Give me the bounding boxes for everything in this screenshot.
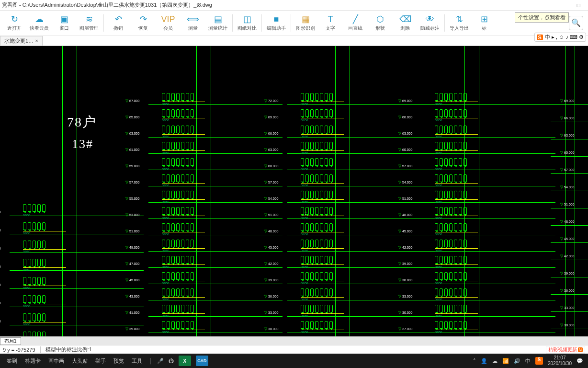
toolbar-编辑助手[interactable]: ■编辑助手	[264, 11, 289, 35]
fixtures-group	[162, 288, 194, 296]
floor-row: 49.000DN50	[148, 237, 283, 252]
volume-icon[interactable]: 🔊	[514, 358, 520, 364]
title-bar: 宽看图 - C:\Users\Administrator\Desktop\金山里…	[0, 0, 588, 11]
toolbar-标[interactable]: ⊞标	[472, 11, 497, 35]
search-button[interactable]: 🔍	[569, 16, 583, 30]
mic-icon[interactable]: 🎤	[157, 358, 164, 364]
elevation-label: 66.000	[264, 131, 278, 136]
elevation-label: 39.000	[398, 262, 412, 266]
cloud-icon[interactable]: ☁	[492, 358, 498, 364]
pipe-dn-label: DN50	[435, 314, 442, 317]
elevation-label: 69.000	[560, 99, 574, 103]
elevation-label: 33.000	[264, 310, 278, 315]
floor-row: 42.000DN50	[421, 237, 555, 252]
people-icon[interactable]: 👤	[481, 358, 487, 364]
cad-canvas[interactable]: 78户 13# ↕ 54.000DN5051.000DN5048.000DN50…	[0, 46, 588, 336]
toolbar-测量统计[interactable]: ▤测量统计	[205, 11, 230, 35]
taskbar-签到[interactable]: 签到	[7, 357, 17, 365]
toolbar-图纸对比[interactable]: ◫图纸对比	[235, 11, 260, 35]
toolbar-label: 测量统计	[208, 25, 227, 32]
pipe-dn-label: DN50	[23, 232, 30, 235]
toolbar-图形识别[interactable]: ▦图形识别	[293, 11, 318, 35]
tab-label: 水施变更1… ×	[4, 37, 38, 45]
toolbar-画直线[interactable]: ╱画直线	[343, 11, 368, 35]
fixtures-group	[301, 109, 333, 117]
tray-up-icon[interactable]: ˄	[473, 358, 476, 364]
maximize-button[interactable]: □	[571, 2, 586, 8]
pipe-dn-label: DN50	[23, 214, 30, 217]
system-clock[interactable]: 21:07 2020/10/30	[548, 355, 572, 367]
toolbar-撤销[interactable]: ↶撤销	[106, 11, 131, 35]
sogou-tray-icon[interactable]: S	[535, 357, 543, 365]
elevation-label: 57.000	[560, 168, 574, 172]
elevation-label: 45.000	[264, 245, 278, 250]
power-icon[interactable]: ⏻	[169, 358, 174, 364]
elevation-label: 54.000	[0, 210, 0, 214]
画直线-icon: ╱	[353, 14, 358, 24]
fixtures-group	[23, 313, 45, 321]
toolbar-会员[interactable]: VIP会员	[156, 11, 181, 35]
elevation-label: 39.000	[560, 271, 574, 276]
toolbar-导入导出[interactable]: ⇅导入导出	[447, 11, 472, 35]
toolbar-删除[interactable]: ⌫删除	[393, 11, 418, 35]
fixtures-group	[23, 332, 45, 336]
ime-status[interactable]: 中 ▸ , ☺ ♪ ⌨ ⚙	[545, 34, 584, 41]
network-icon[interactable]: 📶	[502, 358, 509, 364]
floor-row: 57.000DN50	[287, 172, 421, 187]
fixtures-group	[23, 204, 45, 212]
toolbar-近打开[interactable]: ↻近打开	[2, 11, 27, 35]
fixtures-group	[162, 174, 194, 182]
floor-row: 39.000DN50	[421, 253, 555, 268]
toolbar-文字[interactable]: T文字	[318, 11, 343, 35]
elevation-label: 48.000	[264, 229, 278, 233]
pipe-dn-label: DN50	[435, 184, 442, 187]
sogou-logo-icon: S	[537, 34, 543, 40]
ime-bar[interactable]: S 中 ▸ , ☺ ♪ ⌨ ⚙	[534, 33, 586, 42]
taskbar-预览[interactable]: 预览	[113, 357, 124, 365]
ime-lang[interactable]: 中	[525, 357, 531, 365]
toolbar-测量[interactable]: ⟺测量	[181, 11, 205, 35]
riser-column: 54.000DN5051.000DN5048.000DN5045.000DN50…	[10, 46, 144, 336]
pipe-dn-label: DN50	[23, 287, 30, 289]
toolbar-窗口[interactable]: ▣窗口	[52, 11, 77, 35]
elevation-label: 42.000	[560, 254, 574, 258]
minimize-button[interactable]: —	[555, 2, 571, 8]
notification-icon[interactable]: 💬	[577, 358, 583, 364]
fixtures-group	[162, 305, 194, 312]
elevation-label: 45.000	[398, 229, 412, 233]
elevation-label: 39.000	[264, 278, 278, 282]
taskbar-画中画[interactable]: 画中画	[48, 357, 64, 365]
taskbar-大头贴[interactable]: 大头贴	[72, 357, 88, 365]
toolbar-图层管理[interactable]: ≋图层管理	[77, 11, 102, 35]
layout-tab[interactable]: 布局1	[0, 337, 21, 345]
taskbar-答题卡[interactable]: 答题卡	[25, 357, 41, 365]
pipe-dn-label: DN50	[435, 217, 442, 219]
toolbar-label: 图纸对比	[237, 25, 257, 32]
fixtures-group	[301, 158, 333, 166]
toolbar-隐藏标注[interactable]: 👁隐藏标注	[418, 11, 442, 35]
video-update-link[interactable]: 精彩视频更新N	[546, 346, 586, 354]
elevation-label: 39.000	[0, 301, 0, 305]
toolbar-快看云盘[interactable]: ☁快看云盘	[27, 11, 52, 35]
fixtures-group	[23, 277, 45, 285]
pipe-dn-label: DN50	[162, 314, 169, 317]
toolbar-恢复[interactable]: ↷恢复	[131, 11, 156, 35]
taskbar-举手[interactable]: 举手	[95, 357, 106, 365]
fixtures-group	[301, 191, 333, 198]
floor-row: 53.000DN50	[148, 204, 283, 219]
settings-tooltip[interactable]: 个性设置，点我看看	[515, 12, 569, 23]
excel-app-icon[interactable]: X	[179, 356, 191, 366]
toolbar-形状[interactable]: ⬡形状	[368, 11, 393, 35]
status-bar: 9 y = -975279 模型中的标注比例:1 精彩视频更新N	[0, 345, 588, 354]
elevation-label: 33.000	[560, 306, 574, 310]
floor-row: 54.000DN50	[421, 172, 555, 187]
floor-row: 55.000DN50	[148, 188, 283, 203]
fixtures-group	[435, 126, 467, 133]
tab-document[interactable]: 水施变更1… ×	[0, 36, 43, 46]
taskbar-工具[interactable]: 工具	[132, 357, 142, 365]
pipe-dn-label: DN50	[162, 282, 169, 285]
pipe-dn-label: DN50	[435, 282, 442, 285]
pipe-dn-label: DN50	[162, 217, 169, 219]
cad-app-icon[interactable]: CAD	[196, 356, 208, 366]
elevation-label: 41.000	[125, 310, 139, 315]
